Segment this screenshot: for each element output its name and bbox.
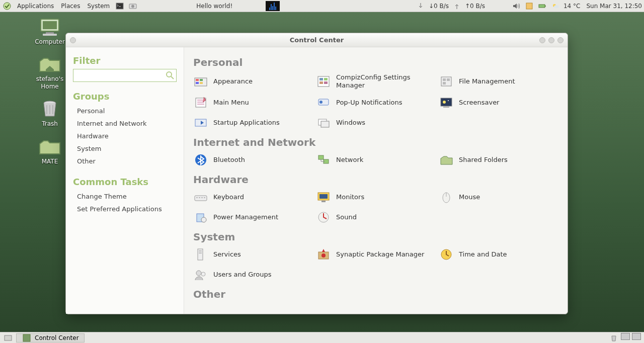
net-up-label: ↑0 B/s [465, 3, 485, 10]
system-monitor-applet[interactable] [266, 1, 280, 11]
group-item-other[interactable]: Other [76, 155, 177, 167]
section-grid: KeyboardMonitorsMousePower ManagementSou… [193, 191, 558, 224]
terminal-icon[interactable] [115, 1, 125, 11]
cc-item-timedate[interactable]: Time and Date [439, 248, 558, 261]
section-grid: AppearanceCompizConfig Settings ManagerF… [193, 73, 558, 129]
cc-item-popup[interactable]: Pop-Up Notifications [316, 96, 436, 109]
mouse-icon [439, 191, 454, 204]
svg-rect-17 [200, 79, 203, 81]
titlebar[interactable]: Control Center [66, 33, 568, 47]
cc-item-label: Users and Groups [213, 271, 271, 279]
svg-rect-35 [443, 107, 449, 108]
taskbar-item-label: Control Center [35, 334, 79, 341]
cc-item-keyboard[interactable]: Keyboard [193, 191, 313, 204]
section-heading-personal: Personal [193, 56, 558, 68]
workspace-2[interactable] [632, 333, 641, 340]
cc-item-screensaver[interactable]: Screensaver [439, 96, 558, 109]
trash-applet-icon[interactable] [609, 333, 619, 343]
cc-item-label: Appearance [213, 77, 253, 85]
top-panel-left: Applications Places System Hello world! [2, 1, 232, 11]
section-heading-other: Other [193, 288, 558, 300]
group-item-system[interactable]: System [76, 142, 177, 155]
battery-icon[interactable] [537, 1, 547, 11]
top-panel-right: ↓0 B/s ↑0 B/s 14 °C Sun Mar 31, 12:50 [416, 1, 642, 11]
svg-rect-28 [443, 82, 446, 84]
control-center-window: Control Center Filter Groups PersonalInt… [65, 33, 568, 314]
cc-item-filemgmt[interactable]: File Management [439, 73, 558, 89]
svg-rect-49 [321, 201, 326, 202]
cc-item-shared[interactable]: Shared Folders [439, 153, 558, 166]
taskbar-item-control-center[interactable]: Control Center [16, 333, 85, 342]
group-item-hardware[interactable]: Hardware [76, 130, 177, 142]
close-button[interactable] [70, 37, 76, 43]
appearance-icon [193, 75, 208, 88]
svg-rect-63 [23, 334, 30, 341]
cc-item-label: Network [336, 156, 363, 164]
net-down-icon [416, 1, 426, 11]
cc-item-startup[interactable]: Startup Applications [193, 116, 313, 129]
svg-point-0 [4, 3, 11, 10]
svg-rect-21 [319, 78, 323, 80]
cc-item-bluetooth[interactable]: Bluetooth [193, 153, 313, 166]
cc-item-appearance[interactable]: Appearance [193, 73, 313, 89]
cc-item-network[interactable]: Network [316, 153, 436, 166]
monitors-icon [316, 191, 331, 204]
mate-logo-icon[interactable] [2, 1, 12, 11]
desktop-icon-label: Trash [42, 120, 58, 127]
cc-item-power[interactable]: Power Management [193, 211, 313, 224]
group-item-internet-and-network[interactable]: Internet and Network [76, 117, 177, 130]
menu-places[interactable]: Places [59, 3, 82, 10]
minimize-button[interactable] [539, 37, 545, 43]
cc-item-compiz[interactable]: CompizConfig Settings Manager [316, 73, 436, 89]
cc-item-windows[interactable]: Windows [316, 116, 436, 129]
volume-icon[interactable] [511, 1, 521, 11]
svg-point-3 [131, 5, 134, 8]
hello-applet: Hello world! [196, 3, 232, 10]
svg-rect-12 [43, 34, 57, 36]
sidebar: Filter Groups PersonalInternet and Netwo… [66, 47, 184, 314]
screensaver-icon [439, 96, 454, 109]
menu-applications[interactable]: Applications [15, 3, 56, 10]
cc-item-sound[interactable]: Sound [316, 211, 436, 224]
svg-rect-32 [441, 98, 452, 106]
cc-item-mainmenu[interactable]: Main Menu [193, 96, 313, 109]
shared-icon [439, 153, 454, 166]
weather-icon[interactable] [550, 1, 560, 11]
services-icon [193, 248, 208, 261]
search-icon[interactable] [166, 71, 175, 80]
svg-rect-45 [201, 197, 203, 198]
svg-rect-46 [204, 197, 205, 198]
svg-point-34 [448, 100, 449, 101]
clock[interactable]: Sun Mar 31, 12:50 [586, 3, 642, 10]
svg-rect-19 [200, 82, 203, 84]
cc-item-label: CompizConfig Settings Manager [336, 73, 436, 89]
cc-item-usersgroups[interactable]: Users and Groups [193, 268, 313, 281]
group-item-personal[interactable]: Personal [76, 105, 177, 117]
cc-item-label: Services [213, 250, 241, 259]
cc-item-services[interactable]: Services [193, 248, 313, 261]
cc-item-synaptic[interactable]: Synaptic Package Manager [316, 248, 436, 261]
svg-rect-5 [539, 5, 545, 8]
groups-heading: Groups [73, 91, 177, 102]
screenshot-icon[interactable] [128, 1, 138, 11]
home-folder-icon [38, 54, 62, 74]
cc-item-mouse[interactable]: Mouse [439, 191, 558, 204]
alt-close-button[interactable] [557, 37, 564, 43]
cc-item-label: File Management [459, 77, 515, 85]
svg-rect-56 [199, 252, 202, 253]
maximize-button[interactable] [548, 37, 554, 43]
filter-input[interactable] [73, 69, 177, 82]
svg-point-61 [201, 272, 205, 276]
svg-rect-43 [196, 197, 198, 198]
update-icon[interactable] [524, 1, 534, 11]
cc-item-monitors[interactable]: Monitors [316, 191, 436, 204]
section-heading-hardware: Hardware [193, 174, 558, 186]
task-item-set-preferred-applications[interactable]: Set Preferred Applications [76, 203, 177, 215]
workspace-1[interactable] [621, 333, 630, 340]
section-heading-internet-and-network: Internet and Network [193, 136, 558, 148]
show-desktop-icon[interactable] [3, 333, 13, 343]
svg-rect-25 [441, 77, 451, 86]
trash-icon [38, 99, 62, 119]
task-item-change-theme[interactable]: Change Theme [76, 190, 177, 203]
menu-system[interactable]: System [85, 3, 112, 10]
